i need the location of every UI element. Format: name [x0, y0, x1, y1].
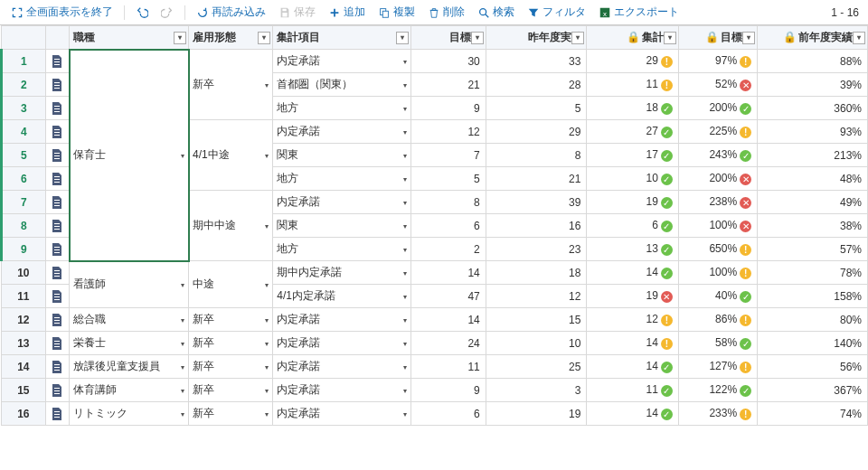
- document-icon[interactable]: [45, 308, 69, 332]
- table-row[interactable]: 12総合職新卒内定承諾14151286%80%: [2, 308, 868, 332]
- row-number[interactable]: 8: [2, 214, 46, 238]
- item-cell[interactable]: 期中内定承諾: [273, 261, 410, 285]
- row-number[interactable]: 7: [2, 191, 46, 214]
- c4-cell[interactable]: 10: [486, 332, 587, 355]
- table-row[interactable]: 13栄養士新卒内定承諾24101458%140%: [2, 332, 868, 355]
- job-cell[interactable]: 総合職: [70, 308, 189, 332]
- row-number[interactable]: 6: [2, 167, 46, 191]
- export-button[interactable]: xエクスポート: [593, 3, 684, 22]
- reload-button[interactable]: 再読み込み: [191, 3, 271, 22]
- row-number[interactable]: 9: [2, 238, 46, 261]
- row-number[interactable]: 3: [2, 97, 46, 120]
- item-cell[interactable]: 4/1内定承諾: [273, 285, 410, 308]
- col-emp[interactable]: 雇用形態▾: [189, 26, 273, 50]
- add-button[interactable]: 追加: [323, 3, 371, 22]
- undo-button[interactable]: [130, 5, 154, 21]
- document-icon[interactable]: [45, 73, 69, 97]
- item-cell[interactable]: 内定承諾: [273, 402, 410, 426]
- c4-cell[interactable]: 33: [486, 50, 587, 73]
- data-grid[interactable]: 職種▾ 雇用形態▾ 集計項目▾ 目標値▾ 昨年度実績▾ 🔒集計値▾ 🔒目標比▾ …: [0, 25, 868, 470]
- col-target[interactable]: 目標値▾: [410, 26, 486, 50]
- col-prevr[interactable]: 🔒前年度実績比▾: [758, 26, 868, 50]
- item-cell[interactable]: 地方: [273, 238, 410, 261]
- document-icon[interactable]: [45, 167, 69, 191]
- c3-cell[interactable]: 7: [410, 144, 486, 167]
- emp-cell[interactable]: 新卒: [189, 402, 273, 426]
- item-cell[interactable]: 地方: [273, 97, 410, 120]
- c3-cell[interactable]: 6: [410, 214, 486, 238]
- c3-cell[interactable]: 9: [410, 97, 486, 120]
- job-cell[interactable]: リトミック: [70, 402, 189, 426]
- emp-cell[interactable]: 中途: [189, 261, 273, 308]
- row-number[interactable]: 11: [2, 285, 46, 308]
- filter-agg-icon[interactable]: ▾: [664, 32, 676, 44]
- c4-cell[interactable]: 23: [486, 238, 587, 261]
- table-row[interactable]: 15体育講師新卒内定承諾9311122%367%: [2, 379, 868, 402]
- document-icon[interactable]: [45, 238, 69, 261]
- emp-cell[interactable]: 新卒: [189, 332, 273, 355]
- filter-emp-icon[interactable]: ▾: [258, 32, 270, 44]
- c3-cell[interactable]: 11: [410, 355, 486, 379]
- filter-tgtr-icon[interactable]: ▾: [742, 32, 755, 44]
- emp-cell[interactable]: 新卒: [189, 379, 273, 402]
- c4-cell[interactable]: 18: [486, 261, 587, 285]
- emp-cell[interactable]: 新卒: [189, 355, 273, 379]
- search-button[interactable]: 検索: [472, 3, 520, 22]
- c4-cell[interactable]: 3: [486, 379, 587, 402]
- col-agg[interactable]: 🔒集計値▾: [587, 26, 678, 50]
- job-cell[interactable]: 体育講師: [70, 379, 189, 402]
- c3-cell[interactable]: 30: [410, 50, 486, 73]
- item-cell[interactable]: 内定承諾: [273, 191, 410, 214]
- row-number[interactable]: 15: [2, 379, 46, 402]
- item-cell[interactable]: 首都圏（関東）: [273, 73, 410, 97]
- item-cell[interactable]: 内定承諾: [273, 50, 410, 73]
- job-cell[interactable]: 看護師: [70, 261, 189, 308]
- c3-cell[interactable]: 47: [410, 285, 486, 308]
- job-cell[interactable]: 栄養士: [70, 332, 189, 355]
- table-row[interactable]: 16リトミック新卒内定承諾61914233%74%: [2, 402, 868, 426]
- c3-cell[interactable]: 14: [410, 261, 486, 285]
- document-icon[interactable]: [45, 261, 69, 285]
- c3-cell[interactable]: 12: [410, 120, 486, 144]
- filter-button[interactable]: フィルタ: [522, 3, 591, 22]
- c4-cell[interactable]: 39: [486, 191, 587, 214]
- filter-item-icon[interactable]: ▾: [396, 32, 409, 44]
- document-icon[interactable]: [45, 355, 69, 379]
- document-icon[interactable]: [45, 120, 69, 144]
- filter-prev-icon[interactable]: ▾: [571, 32, 584, 44]
- item-cell[interactable]: 内定承諾: [273, 308, 410, 332]
- item-cell[interactable]: 関東: [273, 214, 410, 238]
- row-number[interactable]: 13: [2, 332, 46, 355]
- c4-cell[interactable]: 16: [486, 214, 587, 238]
- c3-cell[interactable]: 2: [410, 238, 486, 261]
- row-number[interactable]: 1: [2, 50, 46, 73]
- document-icon[interactable]: [45, 191, 69, 214]
- item-cell[interactable]: 内定承諾: [273, 332, 410, 355]
- col-item[interactable]: 集計項目▾: [273, 26, 410, 50]
- document-icon[interactable]: [45, 50, 69, 73]
- item-cell[interactable]: 内定承諾: [273, 120, 410, 144]
- row-number[interactable]: 10: [2, 261, 46, 285]
- table-row[interactable]: 14放課後児童支援員新卒内定承諾112514127%56%: [2, 355, 868, 379]
- c4-cell[interactable]: 25: [486, 355, 587, 379]
- emp-cell[interactable]: 4/1中途: [189, 120, 273, 191]
- row-number[interactable]: 16: [2, 402, 46, 426]
- redo-button[interactable]: [156, 5, 179, 21]
- c4-cell[interactable]: 15: [486, 308, 587, 332]
- c3-cell[interactable]: 14: [410, 308, 486, 332]
- document-icon[interactable]: [45, 97, 69, 120]
- c4-cell[interactable]: 28: [486, 73, 587, 97]
- save-button[interactable]: 保存: [273, 3, 321, 22]
- document-icon[interactable]: [45, 214, 69, 238]
- filter-job-icon[interactable]: ▾: [174, 32, 186, 44]
- col-prev[interactable]: 昨年度実績▾: [486, 26, 587, 50]
- c3-cell[interactable]: 9: [410, 379, 486, 402]
- c4-cell[interactable]: 19: [486, 402, 587, 426]
- row-number[interactable]: 5: [2, 144, 46, 167]
- c3-cell[interactable]: 6: [410, 402, 486, 426]
- table-row[interactable]: 10看護師中途期中内定承諾141814100%78%: [2, 261, 868, 285]
- row-number[interactable]: 14: [2, 355, 46, 379]
- document-icon[interactable]: [45, 285, 69, 308]
- c3-cell[interactable]: 8: [410, 191, 486, 214]
- document-icon[interactable]: [45, 402, 69, 426]
